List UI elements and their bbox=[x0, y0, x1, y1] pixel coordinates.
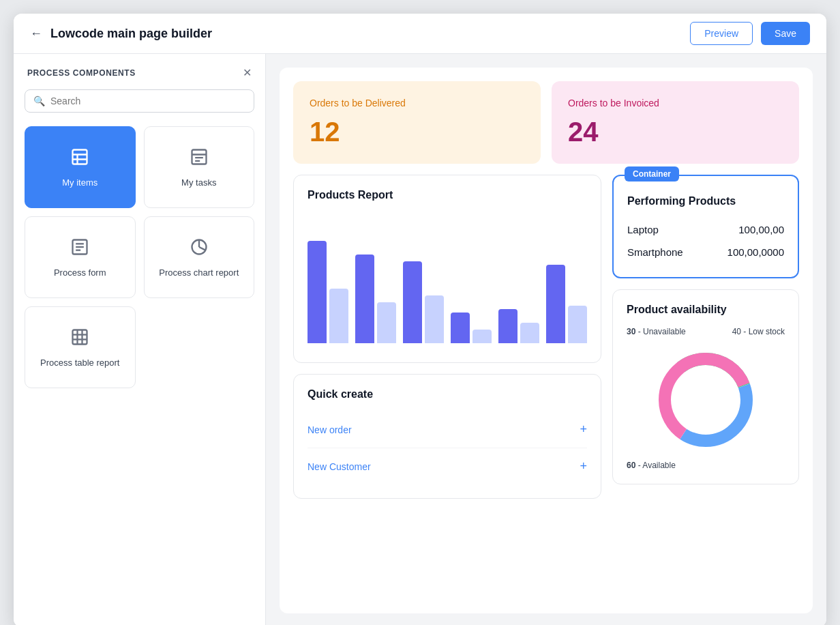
preview-button[interactable]: Preview bbox=[690, 22, 753, 45]
component-my-tasks[interactable]: My tasks bbox=[144, 126, 255, 208]
component-process-chart[interactable]: Process chart report bbox=[144, 216, 255, 298]
main-content: PROCESS COMPONENTS ✕ 🔍 bbox=[14, 54, 826, 625]
sidebar-title: PROCESS COMPONENTS bbox=[27, 68, 136, 78]
new-customer-plus-icon: + bbox=[580, 459, 587, 474]
app-window: ← Lowcode main page builder Preview Save… bbox=[14, 14, 826, 625]
bar-group-1 bbox=[308, 241, 348, 343]
search-icon: 🔍 bbox=[33, 96, 45, 106]
performing-products-card: Container Performing Products Laptop 100… bbox=[612, 175, 799, 278]
new-order-item[interactable]: New order + bbox=[308, 411, 587, 448]
bottom-left: Products Report bbox=[293, 175, 601, 499]
bar-dark-6 bbox=[546, 265, 565, 343]
performing-products-title: Performing Products bbox=[627, 195, 784, 207]
donut-chart-area bbox=[627, 342, 785, 458]
laptop-name: Laptop bbox=[627, 224, 659, 235]
product-availability-card: Product availability 30 - Unavailable 40… bbox=[612, 289, 799, 484]
bar-group-5 bbox=[498, 309, 539, 343]
product-row-laptop: Laptop 100,00,00 bbox=[627, 218, 784, 241]
sidebar-header: PROCESS COMPONENTS ✕ bbox=[25, 68, 254, 78]
product-row-smartphone: Smartphone 100,00,0000 bbox=[627, 241, 784, 263]
bar-light-1 bbox=[329, 289, 348, 343]
kpi-deliver-value: 12 bbox=[310, 117, 524, 147]
search-box: 🔍 bbox=[25, 89, 254, 113]
bar-group-2 bbox=[355, 255, 396, 343]
laptop-value: 100,00,00 bbox=[738, 224, 784, 235]
components-grid: My items My tasks bbox=[25, 126, 254, 388]
products-report-card: Products Report bbox=[293, 175, 601, 363]
bar-light-5 bbox=[520, 323, 539, 343]
availability-title: Product availability bbox=[627, 304, 785, 316]
canvas: Orders to be Delivered 12 Orders to be I… bbox=[266, 54, 826, 625]
save-button[interactable]: Save bbox=[761, 22, 810, 45]
kpi-invoice-value: 24 bbox=[568, 117, 783, 147]
bar-group-6 bbox=[546, 265, 587, 343]
bar-group-3 bbox=[403, 261, 444, 343]
process-form-label: Process form bbox=[54, 267, 106, 278]
process-chart-label: Process chart report bbox=[159, 267, 239, 278]
donut-svg bbox=[651, 345, 760, 454]
legend-available: 60 - Available bbox=[627, 461, 676, 470]
svg-rect-13 bbox=[73, 330, 87, 344]
bar-dark-4 bbox=[451, 312, 470, 343]
process-table-icon bbox=[70, 328, 89, 351]
my-items-label: My items bbox=[62, 177, 97, 188]
kpi-deliver-label: Orders to be Delivered bbox=[310, 98, 524, 108]
component-my-items[interactable]: My items bbox=[25, 126, 136, 208]
back-button[interactable]: ← bbox=[30, 27, 42, 41]
bar-dark-2 bbox=[355, 255, 374, 343]
quick-create-card: Quick create New order + New Customer + bbox=[293, 374, 601, 499]
bar-dark-5 bbox=[498, 309, 518, 343]
bar-light-2 bbox=[377, 302, 396, 343]
kpi-row: Orders to be Delivered 12 Orders to be I… bbox=[293, 81, 799, 164]
legend-bottom: 60 - Available bbox=[627, 461, 785, 470]
my-items-icon bbox=[70, 147, 89, 171]
bar-light-3 bbox=[425, 295, 444, 343]
legend-lowstock: 40 - Low stock bbox=[732, 327, 785, 336]
legend-top: 30 - Unavailable 40 - Low stock bbox=[627, 327, 785, 336]
bar-light-6 bbox=[568, 306, 587, 343]
bar-dark-1 bbox=[308, 241, 327, 343]
header-actions: Preview Save bbox=[690, 22, 810, 45]
quick-create-title: Quick create bbox=[308, 388, 587, 401]
new-order-label: New order bbox=[308, 424, 352, 435]
page-title: Lowcode main page builder bbox=[50, 27, 212, 41]
component-process-table[interactable]: Process table report bbox=[25, 306, 136, 388]
bar-dark-3 bbox=[403, 261, 422, 343]
products-report-title: Products Report bbox=[308, 189, 587, 201]
kpi-orders-deliver: Orders to be Delivered 12 bbox=[293, 81, 541, 164]
bar-light-4 bbox=[472, 330, 492, 343]
process-table-label: Process table report bbox=[40, 358, 119, 368]
close-icon[interactable]: ✕ bbox=[243, 68, 252, 78]
new-customer-label: New Customer bbox=[308, 461, 371, 472]
canvas-inner: Orders to be Delivered 12 Orders to be I… bbox=[280, 68, 813, 613]
container-badge: Container bbox=[625, 166, 679, 181]
kpi-orders-invoice: Orders to be Invoiced 24 bbox=[552, 81, 799, 164]
header-left: ← Lowcode main page builder bbox=[30, 27, 212, 41]
my-tasks-label: My tasks bbox=[181, 177, 216, 188]
right-column: Container Performing Products Laptop 100… bbox=[612, 175, 799, 499]
svg-rect-0 bbox=[73, 149, 87, 164]
search-input[interactable] bbox=[50, 96, 245, 106]
kpi-invoice-label: Orders to be Invoiced bbox=[568, 98, 783, 108]
bar-chart bbox=[308, 212, 587, 349]
my-tasks-icon bbox=[190, 147, 209, 171]
legend-unavailable: 30 - Unavailable bbox=[627, 327, 686, 336]
process-form-icon bbox=[70, 237, 89, 261]
new-customer-item[interactable]: New Customer + bbox=[308, 448, 587, 484]
sidebar: PROCESS COMPONENTS ✕ 🔍 bbox=[14, 54, 266, 625]
process-chart-icon bbox=[190, 237, 209, 261]
smartphone-value: 100,00,0000 bbox=[728, 246, 784, 258]
header: ← Lowcode main page builder Preview Save bbox=[14, 14, 826, 54]
smartphone-name: Smartphone bbox=[627, 246, 683, 258]
new-order-plus-icon: + bbox=[580, 422, 587, 437]
bar-group-4 bbox=[451, 312, 492, 343]
component-process-form[interactable]: Process form bbox=[25, 216, 136, 298]
